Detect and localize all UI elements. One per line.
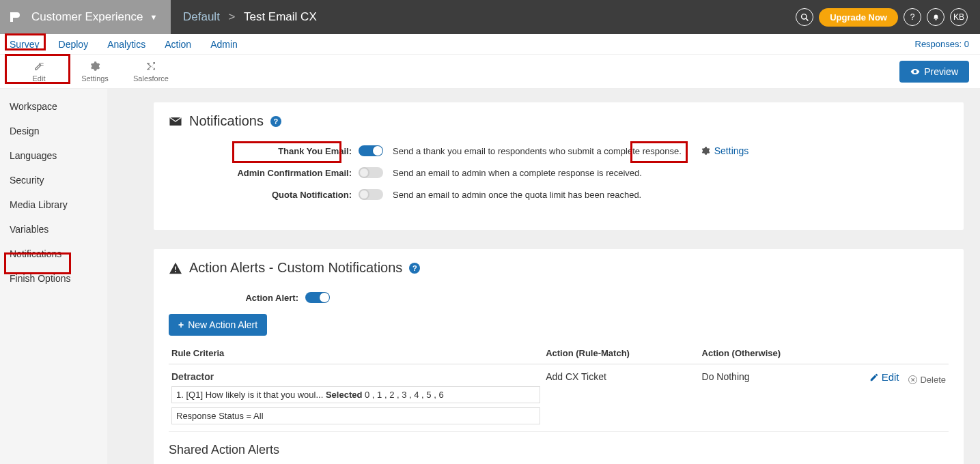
new-action-alert-label: New Action Alert xyxy=(188,319,257,330)
action-alert-toggle[interactable] xyxy=(305,292,330,303)
quota-notification-desc: Send an email to admin once the quota li… xyxy=(393,190,641,200)
help-icon[interactable]: ? xyxy=(904,8,921,26)
sidebar-item-workspace[interactable]: Workspace xyxy=(0,94,107,119)
tab-analytics[interactable]: Analytics xyxy=(98,35,155,54)
rule-name: Detractor xyxy=(171,371,540,382)
delete-rule-link[interactable]: ✕ Delete xyxy=(908,375,946,385)
gear-icon xyxy=(701,146,710,156)
col-action-match: Action (Rule-Match) xyxy=(543,343,699,364)
thank-you-email-label: Thank You Email: xyxy=(222,146,359,156)
shuffle-icon xyxy=(145,61,156,72)
shared-action-alerts-title: Shared Action Alerts xyxy=(169,432,949,457)
sidebar-item-media-library[interactable]: Media Library xyxy=(0,192,107,217)
tool-settings-label: Settings xyxy=(81,74,109,83)
close-icon: ✕ xyxy=(908,375,917,384)
edit-icon xyxy=(33,61,44,72)
breadcrumb-root[interactable]: Default xyxy=(183,10,220,23)
settings-link-label: Settings xyxy=(714,145,749,156)
search-icon[interactable] xyxy=(796,8,813,26)
help-icon[interactable]: ? xyxy=(270,116,281,127)
thank-you-email-toggle[interactable] xyxy=(359,145,383,156)
bell-icon[interactable] xyxy=(927,8,944,26)
rule-action-match: Add CX Ticket xyxy=(543,364,699,432)
sidebar-item-variables[interactable]: Variables xyxy=(0,217,107,242)
tool-salesforce-label: Salesforce xyxy=(133,74,169,83)
thank-you-email-settings-link[interactable]: Settings xyxy=(701,145,749,156)
admin-confirmation-label: Admin Confirmation Email: xyxy=(222,168,359,178)
responses-count[interactable]: Responses: 0 xyxy=(915,39,970,49)
edit-label: Edit xyxy=(882,371,899,383)
tool-settings[interactable]: Settings xyxy=(67,55,123,88)
table-row: Detractor 1. [Q1] How likely is it that … xyxy=(169,364,949,432)
delete-label: Delete xyxy=(920,375,946,385)
action-alert-label: Action Alert: xyxy=(210,293,305,303)
product-logo-icon xyxy=(8,10,22,24)
sidebar-item-design[interactable]: Design xyxy=(0,119,107,143)
product-name: Customer Experience xyxy=(31,10,143,24)
tool-edit[interactable]: Edit xyxy=(11,55,67,88)
rule-criteria-line-2: Response Status = All xyxy=(171,407,540,424)
envelope-icon xyxy=(169,116,182,127)
rule-criteria-line-1: 1. [Q1] How likely is it that you woul..… xyxy=(171,386,540,403)
breadcrumb-current: Test Email CX xyxy=(244,10,317,23)
action-alerts-title: Action Alerts - Custom Notifications xyxy=(189,260,402,276)
new-action-alert-button[interactable]: + New Action Alert xyxy=(169,314,267,336)
plus-icon: + xyxy=(178,319,184,330)
eye-icon xyxy=(910,67,920,76)
notifications-title: Notifications xyxy=(189,113,264,129)
notifications-panel: Notifications ? Thank You Email: Send a … xyxy=(154,102,964,230)
quota-notification-toggle[interactable] xyxy=(359,189,383,200)
svg-rect-3 xyxy=(39,65,44,66)
preview-label: Preview xyxy=(924,66,958,77)
svg-point-0 xyxy=(801,14,806,18)
sidebar-item-languages[interactable]: Languages xyxy=(0,143,107,168)
svg-rect-4 xyxy=(175,266,176,270)
warning-icon xyxy=(169,262,182,274)
help-icon[interactable]: ? xyxy=(409,263,420,274)
svg-line-1 xyxy=(806,18,808,20)
product-switcher[interactable]: Customer Experience ▼ xyxy=(0,0,171,34)
sidebar-item-notifications[interactable]: Notifications xyxy=(0,242,107,266)
col-rule-criteria: Rule Criteria xyxy=(169,343,543,364)
sidebar: Workspace Design Languages Security Medi… xyxy=(0,89,107,464)
avatar[interactable]: KB xyxy=(950,8,968,26)
tab-action[interactable]: Action xyxy=(155,35,201,54)
col-action-otherwise: Action (Otherwise) xyxy=(699,343,855,364)
caret-down-icon: ▼ xyxy=(150,13,157,21)
svg-rect-2 xyxy=(39,63,44,63)
pencil-icon xyxy=(869,373,879,382)
edit-rule-link[interactable]: Edit xyxy=(869,371,899,383)
thank-you-email-desc: Send a thank you email to respondents wh… xyxy=(393,146,682,156)
rules-table: Rule Criteria Action (Rule-Match) Action… xyxy=(169,343,949,432)
tab-deploy[interactable]: Deploy xyxy=(49,35,98,54)
admin-confirmation-toggle[interactable] xyxy=(359,167,383,178)
rule-action-otherwise: Do Nothing xyxy=(699,364,855,432)
sidebar-item-security[interactable]: Security xyxy=(0,168,107,192)
quota-notification-label: Quota Notification: xyxy=(222,190,359,200)
tool-salesforce[interactable]: Salesforce xyxy=(123,55,179,88)
tool-edit-label: Edit xyxy=(33,74,46,83)
admin-confirmation-desc: Send an email to admin when a complete r… xyxy=(393,168,642,178)
sidebar-item-finish-options[interactable]: Finish Options xyxy=(0,266,107,291)
gear-icon xyxy=(89,61,100,72)
tab-survey[interactable]: Survey xyxy=(0,35,49,54)
preview-button[interactable]: Preview xyxy=(899,61,969,83)
svg-rect-5 xyxy=(175,271,176,272)
tab-admin[interactable]: Admin xyxy=(201,35,247,54)
breadcrumb-sep-icon: > xyxy=(229,10,236,23)
action-alerts-panel: Action Alerts - Custom Notifications ? A… xyxy=(154,249,964,464)
upgrade-button[interactable]: Upgrade Now xyxy=(819,8,898,27)
breadcrumb: Default > Test Email CX xyxy=(183,10,317,24)
